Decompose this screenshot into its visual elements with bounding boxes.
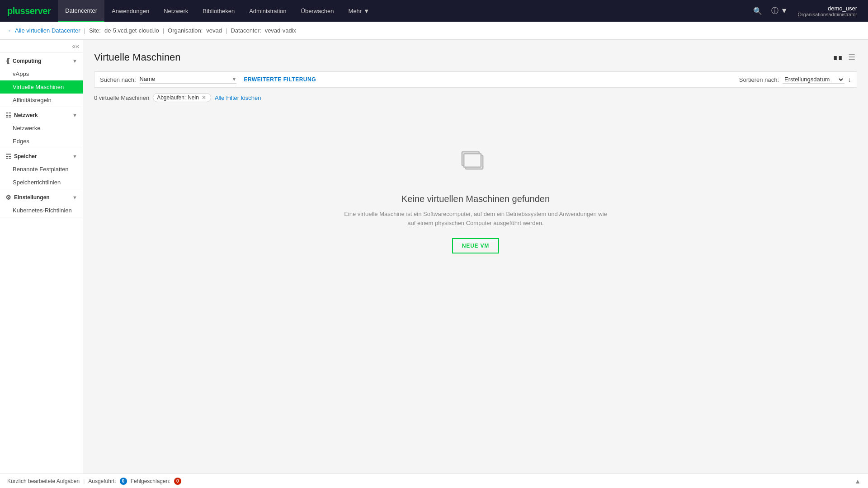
sidebar-section-einstellungen: ⚙ Einstellungen ▼ Kubernetes-Richtlinien [0,189,83,217]
search-input-container: ▼ [140,75,237,84]
sort-select[interactable]: Erstellungsdatum [783,75,844,84]
bottom-bar: Kürzlich bearbeitete Aufgaben | Ausgefüh… [0,474,868,488]
breadcrumb-back-link[interactable]: ← Alle virtuellen Datacenter [7,27,80,34]
empty-state-title: Keine virtuellen Maschinen gefunden [401,194,550,204]
nav-item-administration[interactable]: Administration [242,0,293,22]
nav-menu: Datencenter Anwendungen Netzwerk Bibliot… [58,0,750,22]
netzwerk-icon: ☷ [5,112,11,119]
breadcrumb-separator-3: | [226,27,227,34]
empty-state-icon [458,145,494,183]
bottom-expand-button[interactable]: ▲ [854,478,861,485]
ausgefuehrt-count: 0 [120,478,127,485]
sidebar-section-header-netzwerk[interactable]: ☷ Netzwerk ▼ [0,107,83,122]
nav-right-controls: 🔍 ⓘ ▼ demo_user Organisationsadministrat… [750,3,868,19]
sidebar: «« ⦃ Computing ▼ vApps Virtuelle Maschin… [0,40,83,474]
fehlgeschlagen-count: 0 [174,478,181,485]
einstellungen-icon: ⚙ [5,194,11,201]
grid-view-button[interactable]: ∎∎ [831,51,844,64]
main-layout: «« ⦃ Computing ▼ vApps Virtuelle Maschin… [0,40,868,474]
sidebar-item-edges[interactable]: Edges [0,135,83,148]
page-header: Virtuelle Maschinen ∎∎ ☰ [94,51,857,64]
recently-edited-label: Kürzlich bearbeitete Aufgaben [7,478,80,484]
results-bar: 0 virtuelle Maschinen Abgelaufen: Nein ✕… [94,93,857,102]
breadcrumb-org-label: Organisation: [168,27,203,34]
sidebar-item-benannte-festplatten[interactable]: Benannte Festplatten [0,163,83,176]
breadcrumb-dc-label: Datacenter: [231,27,261,34]
sidebar-section-speicher: ☶ Speicher ▼ Benannte Festplatten Speich… [0,148,83,189]
chevron-einstellungen-icon: ▼ [72,195,77,200]
sidebar-section-title-netzwerk: ☷ Netzwerk [5,112,38,119]
nav-item-bibliotheken[interactable]: Bibliotheken [195,0,242,22]
nav-item-netzwerk[interactable]: Netzwerk [156,0,195,22]
chevron-down-icon: ▼ [363,8,369,14]
logo-text-accent: server [25,6,51,16]
breadcrumb-separator-1: | [84,27,85,34]
sidebar-section-header-einstellungen[interactable]: ⚙ Einstellungen ▼ [0,189,83,204]
list-view-button[interactable]: ☰ [846,51,857,64]
sidebar-item-netzwerke[interactable]: Netzwerke [0,122,83,135]
search-field-chevron-icon[interactable]: ▼ [232,76,237,82]
remove-chip-button[interactable]: ✕ [201,94,207,101]
username-label: demo_user [798,5,857,12]
sidebar-section-title-computing: ⦃ Computing [5,57,41,65]
fehlgeschlagen-label: Fehlgeschlagen: [131,478,170,484]
sort-label: Sortieren nach: [739,76,779,83]
clear-filters-button[interactable]: Alle Filter löschen [215,94,261,101]
sidebar-section-header-computing[interactable]: ⦃ Computing ▼ [0,53,83,67]
help-icon-button[interactable]: ⓘ ▼ [769,4,790,19]
chevron-left-icon: ← [7,27,13,34]
sidebar-item-virtuelle-maschinen[interactable]: Virtuelle Maschinen [0,80,83,94]
chevron-netzwerk-icon: ▼ [72,113,77,118]
view-toggle: ∎∎ ☰ [831,51,857,64]
breadcrumb-separator-2: | [163,27,164,34]
neue-vm-button[interactable]: NEUE VM [452,238,499,253]
collapse-sidebar-button[interactable]: «« [72,42,79,50]
chip-label: Abgelaufen: [157,94,186,101]
sidebar-item-affinitaetsregeln[interactable]: Affinitätsregeln [0,94,83,107]
chip-value: Nein [188,94,199,101]
breadcrumb-dc-value: vevad-vadix [265,27,296,34]
nav-item-ueberwachen[interactable]: Überwachen [294,0,341,22]
sort-order-button[interactable]: ↓ [848,76,851,83]
breadcrumb-site-value: de-5.vcd.get-cloud.io [104,27,159,34]
nav-item-mehr[interactable]: Mehr ▼ [341,0,377,22]
filter-bar: Suchen nach: ▼ ERWEITERTE FILTERUNG Sort… [94,71,857,88]
empty-state-description: Eine virtuelle Maschine ist ein Software… [340,210,611,227]
sidebar-section-header-speicher[interactable]: ☶ Speicher ▼ [0,148,83,163]
search-input[interactable] [140,75,230,82]
page-title: Virtuelle Maschinen [94,52,181,63]
chevron-computing-icon: ▼ [72,58,77,64]
results-count: 0 virtuelle Maschinen [94,94,149,101]
advanced-filter-button[interactable]: ERWEITERTE FILTERUNG [244,76,316,83]
breadcrumb-org-value: vevad [206,27,222,34]
sidebar-item-speicherrichtlinien[interactable]: Speicherrichtlinien [0,176,83,189]
sidebar-section-title-speicher: ☶ Speicher [5,153,37,160]
sidebar-section-title-einstellungen: ⚙ Einstellungen [5,194,50,201]
nav-item-datencenter[interactable]: Datencenter [58,0,104,22]
top-navigation: plusserver Datencenter Anwendungen Netzw… [0,0,868,22]
sidebar-item-kubernetes-richtlinien[interactable]: Kubernetes-Richtlinien [0,204,83,217]
sidebar-section-computing: ⦃ Computing ▼ vApps Virtuelle Maschinen … [0,53,83,107]
chevron-speicher-icon: ▼ [72,154,77,159]
content-area: Virtuelle Maschinen ∎∎ ☰ Suchen nach: ▼ … [83,40,868,474]
breadcrumb: ← Alle virtuellen Datacenter | Site: de-… [0,22,868,40]
breadcrumb-site-label: Site: [89,27,101,34]
filter-chip-abgelaufen: Abgelaufen: Nein ✕ [153,93,211,102]
nav-item-anwendungen[interactable]: Anwendungen [104,0,156,22]
search-label: Suchen nach: [100,76,136,83]
ausgefuehrt-label: Ausgeführt: [88,478,116,484]
empty-state: Keine virtuellen Maschinen gefunden Eine… [94,109,857,290]
search-icon-button[interactable]: 🔍 [750,4,765,18]
logo-text-plain: plus [7,6,25,16]
sidebar-collapse-control: «« [0,40,83,53]
bottom-separator-1: | [83,478,85,484]
logo[interactable]: plusserver [0,6,58,16]
user-menu[interactable]: demo_user Organisationsadministrator [794,3,861,19]
speicher-icon: ☶ [5,153,11,160]
sidebar-section-netzwerk: ☷ Netzwerk ▼ Netzwerke Edges [0,107,83,148]
computing-icon: ⦃ [5,57,10,65]
sort-container: Sortieren nach: Erstellungsdatum ↓ [739,75,851,84]
user-role-label: Organisationsadministrator [798,12,857,17]
sidebar-item-vapps[interactable]: vApps [0,67,83,80]
svg-rect-2 [464,154,481,167]
